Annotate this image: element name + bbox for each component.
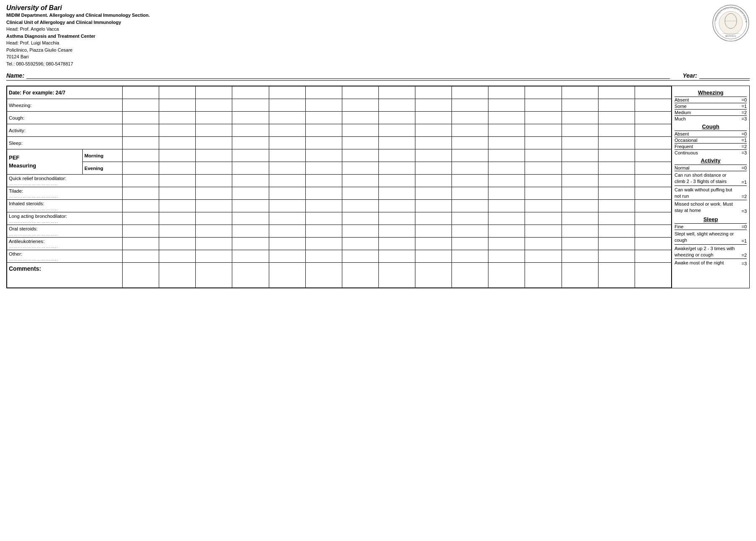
data-cell[interactable] [525, 187, 562, 200]
data-cell[interactable] [196, 200, 232, 212]
data-cell[interactable] [342, 250, 378, 263]
data-cell[interactable] [598, 149, 635, 162]
data-cell[interactable] [452, 112, 488, 124]
data-cell[interactable] [342, 124, 378, 137]
data-cell[interactable] [159, 238, 196, 250]
data-cell[interactable] [415, 124, 452, 137]
data-cell[interactable] [635, 187, 671, 200]
data-cell[interactable] [635, 162, 671, 175]
data-cell[interactable] [635, 124, 671, 137]
data-cell[interactable] [123, 162, 159, 175]
data-cell[interactable] [598, 238, 635, 250]
data-cell[interactable] [562, 225, 598, 238]
data-cell[interactable] [196, 86, 232, 99]
data-cell[interactable] [305, 149, 342, 162]
data-cell[interactable] [452, 86, 488, 99]
data-cell[interactable] [305, 175, 342, 187]
data-cell[interactable] [232, 212, 269, 225]
data-cell[interactable] [452, 99, 488, 112]
data-cell[interactable] [232, 112, 269, 124]
data-cell[interactable] [635, 263, 671, 288]
data-cell[interactable] [232, 124, 269, 137]
data-cell[interactable] [305, 112, 342, 124]
data-cell[interactable] [378, 263, 415, 288]
data-cell[interactable] [342, 238, 378, 250]
data-cell[interactable] [415, 250, 452, 263]
data-cell[interactable] [232, 99, 269, 112]
data-cell[interactable] [159, 175, 196, 187]
data-cell[interactable] [342, 212, 378, 225]
data-cell[interactable] [378, 99, 415, 112]
data-cell[interactable] [378, 137, 415, 149]
data-cell[interactable] [305, 263, 342, 288]
data-cell[interactable] [562, 99, 598, 112]
data-cell[interactable] [123, 99, 159, 112]
data-cell[interactable] [123, 149, 159, 162]
data-cell[interactable] [635, 212, 671, 225]
data-cell[interactable] [269, 212, 305, 225]
data-cell[interactable] [123, 250, 159, 263]
data-cell[interactable] [488, 200, 525, 212]
data-cell[interactable] [488, 250, 525, 263]
data-cell[interactable] [342, 99, 378, 112]
data-cell[interactable] [269, 86, 305, 99]
data-cell[interactable] [488, 137, 525, 149]
data-cell[interactable] [305, 124, 342, 137]
data-cell[interactable] [123, 212, 159, 225]
data-cell[interactable] [378, 162, 415, 175]
data-cell[interactable] [562, 175, 598, 187]
data-cell[interactable] [378, 124, 415, 137]
data-cell[interactable] [159, 225, 196, 238]
data-cell[interactable] [378, 225, 415, 238]
data-cell[interactable] [452, 250, 488, 263]
data-cell[interactable] [635, 250, 671, 263]
data-cell[interactable] [562, 200, 598, 212]
data-cell[interactable] [123, 137, 159, 149]
data-cell[interactable] [598, 187, 635, 200]
data-cell[interactable] [635, 175, 671, 187]
data-cell[interactable] [488, 162, 525, 175]
data-cell[interactable] [452, 212, 488, 225]
data-cell[interactable] [562, 187, 598, 200]
data-cell[interactable] [598, 162, 635, 175]
data-cell[interactable] [525, 238, 562, 250]
data-cell[interactable] [342, 263, 378, 288]
data-cell[interactable] [123, 187, 159, 200]
data-cell[interactable] [415, 187, 452, 200]
data-cell[interactable] [342, 137, 378, 149]
data-cell[interactable] [635, 99, 671, 112]
data-cell[interactable] [342, 86, 378, 99]
data-cell[interactable] [598, 99, 635, 112]
data-cell[interactable] [452, 162, 488, 175]
data-cell[interactable] [598, 225, 635, 238]
data-cell[interactable] [269, 162, 305, 175]
data-cell[interactable] [452, 225, 488, 238]
data-cell[interactable] [525, 175, 562, 187]
data-cell[interactable] [378, 238, 415, 250]
data-cell[interactable] [562, 86, 598, 99]
data-cell[interactable] [342, 112, 378, 124]
data-cell[interactable] [269, 263, 305, 288]
data-cell[interactable] [232, 175, 269, 187]
data-cell[interactable] [305, 86, 342, 99]
data-cell[interactable] [232, 250, 269, 263]
data-cell[interactable] [488, 112, 525, 124]
data-cell[interactable] [232, 225, 269, 238]
data-cell[interactable] [488, 187, 525, 200]
data-cell[interactable] [598, 124, 635, 137]
data-cell[interactable] [232, 162, 269, 175]
data-cell[interactable] [378, 175, 415, 187]
data-cell[interactable] [196, 137, 232, 149]
data-cell[interactable] [415, 162, 452, 175]
data-cell[interactable] [488, 175, 525, 187]
data-cell[interactable] [159, 250, 196, 263]
data-cell[interactable] [159, 137, 196, 149]
data-cell[interactable] [342, 175, 378, 187]
data-cell[interactable] [305, 250, 342, 263]
data-cell[interactable] [342, 200, 378, 212]
data-cell[interactable] [525, 225, 562, 238]
data-cell[interactable] [378, 187, 415, 200]
data-cell[interactable] [378, 250, 415, 263]
data-cell[interactable] [196, 99, 232, 112]
data-cell[interactable] [159, 200, 196, 212]
